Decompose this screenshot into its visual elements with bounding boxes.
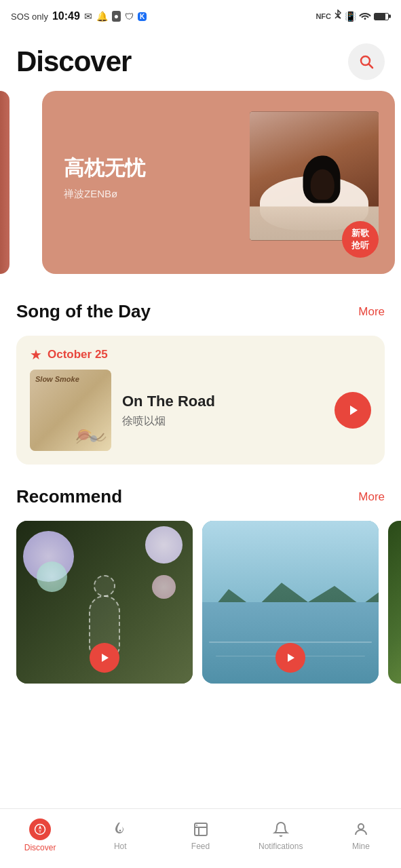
rec-art-1 <box>16 521 193 684</box>
banner-section: 高枕无忧 禅波ZENBø 新歌抢听 <box>0 91 401 279</box>
notification-bell-icon <box>273 821 289 837</box>
discover-nav-icon <box>29 818 51 840</box>
status-left: SOS only 10:49 ✉ 🔔 ● 🛡 K <box>11 10 147 22</box>
recommend-section-header: Recommend More <box>0 465 401 521</box>
nav-label-hot: Hot <box>114 842 127 851</box>
nav-label-mine: Mine <box>352 842 370 851</box>
search-icon <box>358 54 375 70</box>
bell-icon: 🔔 <box>96 11 108 22</box>
nav-item-discover[interactable]: Discover <box>0 818 80 852</box>
nav-item-mine[interactable]: Mine <box>321 820 401 851</box>
recommend-card-2[interactable] <box>202 521 379 684</box>
sotd-section-header: Song of the Day More <box>0 279 401 336</box>
sotd-artist: 徐喷以烟 <box>122 414 324 429</box>
sotd-info: On The Road 徐喷以烟 <box>122 393 324 429</box>
sotd-more-btn[interactable]: More <box>358 305 385 319</box>
svg-marker-9 <box>39 829 42 833</box>
sotd-album-art: Slow Smoke <box>30 370 111 451</box>
sotd-play-button[interactable] <box>335 392 371 429</box>
sotd-card[interactable]: ★ October 25 Slow Smoke <box>16 336 385 465</box>
play-icon <box>98 652 111 664</box>
record-icon: ● <box>112 11 121 22</box>
rec-flower-4 <box>152 575 176 599</box>
svg-point-11 <box>196 825 197 826</box>
sotd-title: Song of the Day <box>16 301 151 322</box>
vibrate-icon: 📳 <box>345 11 356 22</box>
nav-label-discover: Discover <box>24 843 56 852</box>
bottom-spacer <box>0 684 401 751</box>
notifications-nav-icon <box>271 820 290 839</box>
banner-main-title: 高枕无忧 <box>64 155 145 182</box>
fire-icon <box>112 821 128 837</box>
svg-marker-8 <box>39 825 42 829</box>
new-badge: 新歌抢听 <box>342 221 379 258</box>
status-time: 10:49 <box>52 10 80 22</box>
sos-label: SOS only <box>11 12 48 22</box>
feed-icon <box>193 821 209 837</box>
svg-marker-5 <box>102 654 109 662</box>
banner-text-block: 高枕无忧 禅波ZENBø <box>64 155 145 201</box>
page-title: Discover <box>16 45 131 78</box>
banner-left-stub <box>0 91 9 274</box>
banner-track: 高枕无忧 禅波ZENBø 新歌抢听 <box>0 91 401 274</box>
recommend-card-stub <box>388 521 401 684</box>
recommend-more-btn[interactable]: More <box>358 490 385 504</box>
rec-stub-art <box>388 521 401 684</box>
rec-play-btn-1[interactable] <box>90 643 119 673</box>
sotd-date: October 25 <box>47 348 108 361</box>
rec-play-btn-2[interactable] <box>275 643 305 673</box>
wifi-icon <box>359 10 371 22</box>
sotd-star-icon: ★ <box>30 347 42 363</box>
page-header: Discover <box>0 30 401 91</box>
battery-icon <box>374 13 390 20</box>
email-icon: ✉ <box>84 11 92 22</box>
sotd-date-row: ★ October 25 <box>16 336 385 370</box>
mine-nav-icon <box>351 820 370 839</box>
sotd-content: Slow Smoke On The Road 徐喷以烟 <box>16 370 385 465</box>
user-icon <box>353 821 369 837</box>
banner-card-main[interactable]: 高枕无忧 禅波ZENBø 新歌抢听 <box>42 91 395 274</box>
recommend-title: Recommend <box>16 486 122 507</box>
banner-subtitle: 禅波ZENBø <box>64 188 145 201</box>
search-button[interactable] <box>348 43 385 80</box>
hot-nav-icon <box>111 820 130 839</box>
nav-item-notifications[interactable]: Notifications <box>241 820 321 851</box>
sotd-song-title: On The Road <box>122 393 324 410</box>
new-badge-text: 新歌抢听 <box>351 227 369 252</box>
recommend-card-1[interactable] <box>16 521 193 684</box>
svg-marker-4 <box>350 406 358 415</box>
play-icon <box>345 403 360 418</box>
nav-label-notifications: Notifications <box>259 842 303 851</box>
sotd-album-artwork: Slow Smoke <box>30 370 111 451</box>
app-icon: K <box>138 12 147 21</box>
nav-item-feed[interactable]: Feed <box>160 820 240 851</box>
svg-point-3 <box>90 435 97 442</box>
rec-flower-3 <box>37 561 67 592</box>
status-bar: SOS only 10:49 ✉ 🔔 ● 🛡 K NFC 📳 <box>0 0 401 30</box>
nav-label-feed: Feed <box>191 842 210 851</box>
recommend-grid <box>0 521 401 684</box>
play-icon <box>284 652 297 664</box>
status-right-icons: NFC 📳 <box>316 9 390 23</box>
nav-item-hot[interactable]: Hot <box>80 820 160 851</box>
sotd-album-text: Slow Smoke <box>35 375 79 384</box>
shield-icon: 🛡 <box>125 12 134 22</box>
bottom-nav: Discover Hot Feed Notifications <box>0 808 401 868</box>
svg-line-1 <box>369 64 373 68</box>
rec-figure-head <box>94 575 115 597</box>
bluetooth-icon <box>334 9 342 23</box>
sotd-container: ★ October 25 Slow Smoke <box>0 336 401 465</box>
svg-point-12 <box>358 824 364 829</box>
rec-flower-2 <box>145 526 183 564</box>
feed-nav-icon <box>191 820 210 839</box>
svg-marker-6 <box>288 654 294 662</box>
nfc-icon: NFC <box>316 12 331 20</box>
compass-icon <box>34 823 46 835</box>
sotd-scribble-art <box>73 427 107 447</box>
